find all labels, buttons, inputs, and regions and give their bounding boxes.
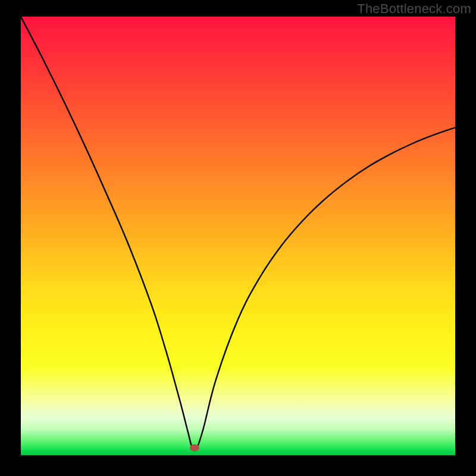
optimal-marker — [190, 444, 199, 451]
bottleneck-curve — [21, 17, 455, 455]
watermark-text: TheBottleneck.com — [357, 1, 471, 17]
plot-area — [21, 17, 455, 455]
chart-frame: TheBottleneck.com — [0, 0, 476, 476]
